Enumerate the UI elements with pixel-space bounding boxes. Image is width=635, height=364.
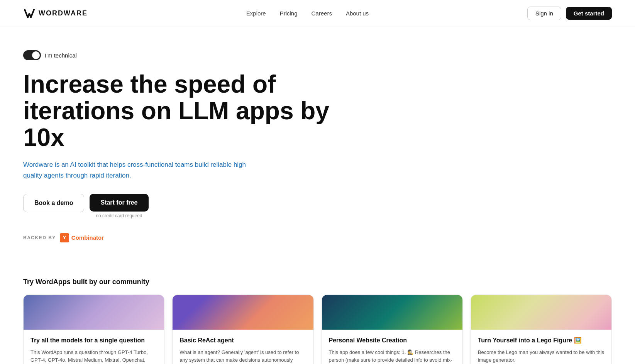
wordapp-card-3[interactable]: Personal Website Creation This app does … xyxy=(322,295,463,364)
getstarted-button[interactable]: Get started xyxy=(566,7,612,20)
subtitle-text: Wordware is an AI toolkit that helps cro… xyxy=(23,161,246,179)
signin-button[interactable]: Sign in xyxy=(527,7,561,20)
toggle-knob xyxy=(32,51,40,59)
cta-row: Book a demo Start for free no credit car… xyxy=(23,194,347,218)
headline-part1: Increase the speed xyxy=(23,70,252,98)
card-desc-3: This app does a few cool things: 1. 🕵️ R… xyxy=(329,349,456,364)
card-body-3: Personal Website Creation This app does … xyxy=(322,330,462,364)
no-credit-card-label: no credit card required xyxy=(96,213,142,218)
card-title-4: Turn Yourself into a Lego Figure 🖼️ xyxy=(478,337,605,345)
backed-label: BACKED BY xyxy=(23,235,56,240)
toggle-row: I'm technical xyxy=(23,50,347,60)
card-gradient-3 xyxy=(322,295,462,330)
nav-link-careers[interactable]: Careers xyxy=(312,10,332,17)
subtitle-highlight: rapid xyxy=(90,172,104,179)
card-gradient-4 xyxy=(471,295,611,330)
card-body-4: Turn Yourself into a Lego Figure 🖼️ Beco… xyxy=(471,330,611,364)
backed-by-row: BACKED BY Y Combinator xyxy=(23,233,347,242)
community-title: Try WordApps built by our community xyxy=(23,278,612,286)
hero-headline: Increase the speed of iterations on LLM … xyxy=(23,71,347,151)
logo-text: WORDWARE xyxy=(39,9,88,17)
wordapp-card-4[interactable]: Turn Yourself into a Lego Figure 🖼️ Beco… xyxy=(471,295,612,364)
card-gradient-1 xyxy=(24,295,164,330)
toggle-label: I'm technical xyxy=(45,52,77,59)
community-section: Try WordApps built by our community Try … xyxy=(0,278,635,364)
card-desc-4: Become the Lego man you always wanted to… xyxy=(478,349,605,364)
wordapp-card-2[interactable]: Basic ReAct agent What is an agent? Gene… xyxy=(172,295,313,364)
card-gradient-2 xyxy=(173,295,313,330)
nav-link-pricing[interactable]: Pricing xyxy=(280,10,298,17)
nav-link-explore[interactable]: Explore xyxy=(246,10,266,17)
wordware-logo-icon xyxy=(23,8,36,19)
card-desc-1: This WordApp runs a question through GPT… xyxy=(30,349,157,364)
start-free-button[interactable]: Start for free xyxy=(90,194,148,212)
card-body-1: Try all the models for a single question… xyxy=(24,330,164,364)
cards-row: Try all the models for a single question… xyxy=(23,295,612,364)
nav-actions: Sign in Get started xyxy=(527,7,612,20)
book-demo-button[interactable]: Book a demo xyxy=(23,194,84,212)
logo-link[interactable]: WORDWARE xyxy=(23,8,88,19)
yc-logo: Y xyxy=(60,233,69,242)
yc-badge: Y Combinator xyxy=(60,233,104,242)
card-title-3: Personal Website Creation xyxy=(329,337,456,345)
card-title-2: Basic ReAct agent xyxy=(179,337,306,345)
yc-symbol: Y xyxy=(63,235,66,240)
navbar: WORDWARE Explore Pricing Careers About u… xyxy=(0,0,635,27)
card-desc-2: What is an agent? Generally 'agent' is u… xyxy=(179,349,306,364)
hero-section: I'm technical Increase the speed of iter… xyxy=(0,27,371,278)
nav-links: Explore Pricing Careers About us xyxy=(246,10,369,17)
yc-name: Combinator xyxy=(71,234,104,241)
start-free-wrap: Start for free no credit card required xyxy=(90,194,148,218)
card-body-2: Basic ReAct agent What is an agent? Gene… xyxy=(173,330,313,364)
technical-toggle[interactable] xyxy=(23,50,41,60)
wordapp-card-1[interactable]: Try all the models for a single question… xyxy=(23,295,164,364)
card-title-1: Try all the models for a single question xyxy=(30,337,157,345)
hero-subtitle: Wordware is an AI toolkit that helps cro… xyxy=(23,159,247,180)
nav-link-about[interactable]: About us xyxy=(346,10,369,17)
